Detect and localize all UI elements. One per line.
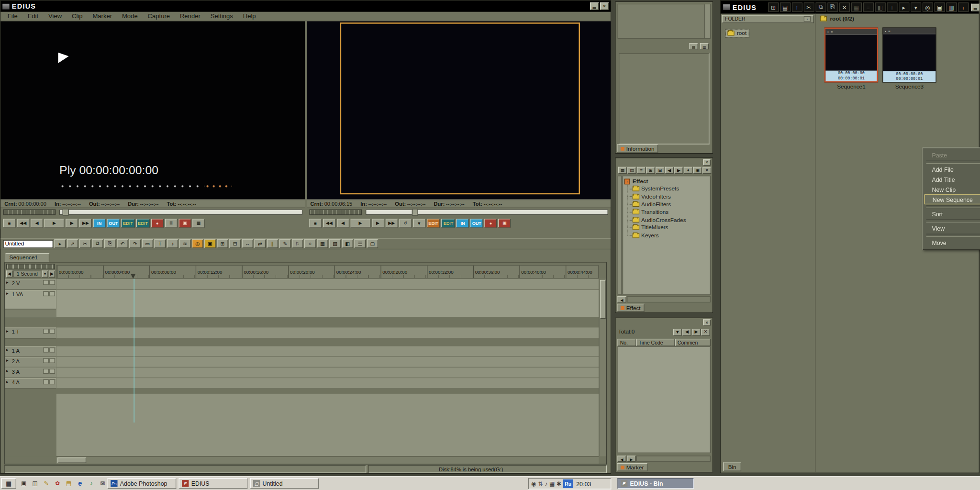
display-settings-icon[interactable]: ▦ <box>549 480 555 487</box>
delete-marker-button[interactable]: ✕ <box>701 328 710 335</box>
mail-icon[interactable]: ✉ <box>98 478 108 488</box>
player-position-slider[interactable] <box>59 210 302 215</box>
copy-tool-button[interactable]: ⧉ <box>92 239 103 248</box>
bin-paste-button[interactable]: ⎘ <box>827 2 838 12</box>
scroll-left-icon[interactable]: ◀ <box>617 456 626 462</box>
ripple-mode-button[interactable]: ⇄ <box>255 239 266 248</box>
fast-forward-button[interactable]: ▶▶ <box>79 219 92 227</box>
close-icon[interactable]: ✕ <box>600 2 609 10</box>
antivirus-icon[interactable]: ✱ <box>557 480 561 487</box>
play-button[interactable]: ▶ <box>45 219 65 227</box>
capture-tool-button[interactable]: ▣ <box>204 239 216 248</box>
context-menu-item[interactable] <box>926 205 980 208</box>
title-tool-button[interactable]: T <box>155 239 166 248</box>
context-menu-item[interactable]: Add Title Ctrl + T <box>924 174 980 184</box>
task-button[interactable]: Ps Adobe Photoshop <box>108 478 177 489</box>
track-mini-buttons[interactable] <box>43 358 55 363</box>
menu-item[interactable]: Clip <box>67 12 87 20</box>
menu-item[interactable]: Mode <box>118 12 142 20</box>
track-mini-buttons[interactable] <box>43 329 55 334</box>
bin-sort-button[interactable]: ▾ <box>911 2 921 12</box>
list-button[interactable]: ≣ <box>165 219 177 227</box>
record-button[interactable]: ● <box>484 219 497 227</box>
hscroll-thumb[interactable] <box>57 457 86 463</box>
sound-scheme-icon[interactable]: ♪ <box>545 480 547 487</box>
bin-play-button[interactable]: ▸ <box>899 2 909 12</box>
folder-pane-button[interactable]: ▪ <box>804 16 811 22</box>
main-titlebar[interactable]: EDIUS ▂ ✕ <box>0 0 611 12</box>
next-marker-button[interactable]: ▶ <box>692 328 701 335</box>
track-expand-icon[interactable]: ▸ <box>6 369 11 374</box>
play-tool-button[interactable]: ▸ <box>55 239 66 248</box>
snap-button[interactable]: ○ <box>304 239 316 248</box>
marker-tool-button[interactable]: ⚐ <box>292 239 303 248</box>
track-expand-icon[interactable]: ▸ <box>6 379 11 384</box>
marker-column-header[interactable]: No. <box>617 339 636 346</box>
show-desktop-icon[interactable]: ▣ <box>19 478 29 488</box>
paste-tool-button[interactable]: ⎘ <box>104 239 116 248</box>
mixer-button[interactable]: ▧ <box>329 239 341 248</box>
timeline-horizontal-scrollbar[interactable] <box>56 456 599 464</box>
timeline-overview-strip[interactable] <box>6 264 55 269</box>
set-in-button[interactable]: IN <box>457 219 469 227</box>
information-button-1[interactable]: ▤ <box>690 43 698 49</box>
editor-icon[interactable]: ✎ <box>41 478 51 488</box>
marker-column-header[interactable]: Commen <box>675 339 711 346</box>
track-mini-buttons[interactable] <box>43 280 55 285</box>
tab-effect[interactable]: Effect <box>617 304 644 312</box>
fx-favorite-button[interactable]: ✦ <box>684 167 692 174</box>
timeline-track-lane[interactable] <box>56 378 599 389</box>
Sequence1[interactable]: ▪≡ 00:00:00:00 00:00:00:01 Sequence1 <box>824 27 878 90</box>
loop-button[interactable]: ↺ <box>399 219 412 227</box>
tab-information[interactable]: Information <box>617 145 658 153</box>
cut-tool-button[interactable]: ✂ <box>79 239 91 248</box>
task-button[interactable]: ▢ Untitled <box>250 478 319 489</box>
bin-up-button[interactable]: ↑ <box>791 2 802 12</box>
remove-track-button[interactable]: ⊟ <box>229 239 241 248</box>
track-mini-buttons[interactable] <box>43 379 55 384</box>
track-mini-buttons[interactable] <box>43 291 55 296</box>
recorder-slider-handle[interactable] <box>412 209 418 215</box>
timeline-track-lane[interactable] <box>56 357 599 368</box>
timeline-track-lane[interactable] <box>56 346 599 357</box>
internet-explorer-icon[interactable]: e <box>75 478 85 488</box>
track-header[interactable]: ▸ 2 V <box>5 279 56 290</box>
next-frame-button[interactable]: ▶ <box>66 219 78 227</box>
timeline-vertical-scrollbar[interactable] <box>599 279 606 457</box>
paint-icon[interactable]: ✿ <box>53 478 63 488</box>
fx-view-thumb-button[interactable]: ▦ <box>618 167 627 174</box>
timeline-ruler[interactable]: 00:00:00:0000:00:04:0000:00:08:0000:00:1… <box>56 265 599 279</box>
track-header[interactable]: ▸ 1 T <box>5 327 56 339</box>
bin-new-folder-button[interactable]: ▤ <box>780 2 791 12</box>
context-menu-item[interactable]: New Sequence <box>924 194 980 204</box>
track-expand-icon[interactable]: ▸ <box>6 329 11 334</box>
set-out-button[interactable]: OUT <box>107 219 120 227</box>
menu-item[interactable]: View <box>44 12 66 20</box>
fx-expand-button[interactable]: ⊞ <box>646 167 655 174</box>
fx-view-list-button[interactable]: ▤ <box>627 167 636 174</box>
edit-button-2[interactable]: EDIT <box>136 219 150 227</box>
add-track-button[interactable]: ⊞ <box>217 239 228 248</box>
track-expand-icon[interactable]: ▸ <box>6 347 11 352</box>
language-indicator[interactable]: Ru <box>563 479 573 488</box>
player-screen[interactable]: Ply 00:00:00:00:00 <box>0 21 304 199</box>
marker-import-button[interactable]: ▼ <box>673 328 682 335</box>
grid-button[interactable]: ▦ <box>192 219 205 227</box>
edit-button-1[interactable]: EDIT <box>121 219 135 227</box>
recorder-jog-widget[interactable] <box>309 210 362 215</box>
Sequence3[interactable]: ▪≡ 00:00:00:00 00:00:00:01 Sequence3 <box>882 27 936 90</box>
audio-tool-button[interactable]: ♪ <box>167 239 178 248</box>
scroll-left-icon[interactable]: ◀ <box>617 296 626 302</box>
folder-tree-item-root[interactable]: root <box>725 29 748 37</box>
export-tool-button[interactable]: ↗ <box>67 239 78 248</box>
timescale-increase-icon[interactable]: ▶ <box>49 270 55 277</box>
effect-scrollbar[interactable] <box>617 176 622 295</box>
context-menu-item[interactable]: Add File Ctrl + O <box>924 165 980 175</box>
window-switch-icon[interactable]: ◫ <box>30 478 40 488</box>
track-header[interactable]: ▸ 1 A <box>5 346 56 357</box>
bin-capture-button[interactable]: ▣ <box>934 2 945 12</box>
set-in-button[interactable]: IN <box>93 219 106 227</box>
bin-properties-button[interactable]: ▥ <box>946 2 957 12</box>
fx-forward-button[interactable]: ▶ <box>674 167 683 174</box>
timeline-track-lane[interactable] <box>56 290 599 317</box>
